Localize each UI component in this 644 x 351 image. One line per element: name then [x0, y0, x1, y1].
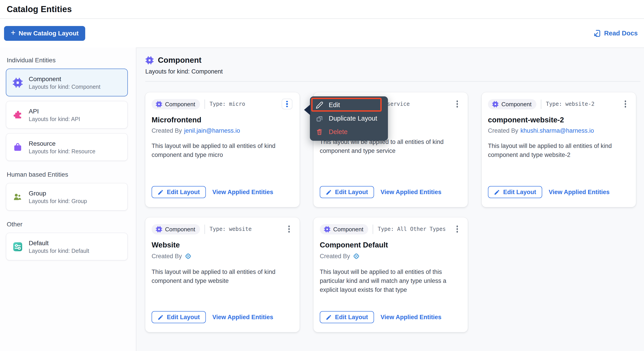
- api-puzzle-icon: [12, 110, 23, 120]
- pencil-filled-icon: [494, 189, 500, 195]
- layout-card-website: ComponentType: websiteWebsiteCreated ByT…: [145, 217, 300, 332]
- read-docs-icon: [593, 29, 602, 37]
- card-footer: Edit LayoutView Applied Entities: [320, 186, 460, 198]
- sidebar-item-default[interactable]: DefaultLayouts for kind: Default: [6, 233, 128, 261]
- card-menu-button-active[interactable]: [282, 99, 292, 109]
- harness-logo-icon: [184, 252, 192, 260]
- kind-badge-label: Component: [333, 226, 363, 232]
- kind-badge: Component: [152, 99, 200, 109]
- main-panel: Component Layouts for kind: Component Co…: [136, 47, 644, 351]
- view-applied-entities-link[interactable]: View Applied Entities: [549, 189, 610, 195]
- card-type-text: Type: micro: [210, 101, 245, 107]
- card-description: This layout will be applied to all entit…: [152, 142, 292, 160]
- created-by-label: Created By: [152, 127, 182, 134]
- card-header: ComponentType: website-2: [488, 98, 629, 110]
- view-applied-entities-link[interactable]: View Applied Entities: [380, 189, 442, 195]
- card-menu-button[interactable]: [622, 99, 629, 109]
- sidebar-section-label: Human based Entities: [7, 171, 128, 178]
- view-applied-entities-link[interactable]: View Applied Entities: [212, 189, 273, 195]
- component-chip-icon: [156, 226, 162, 232]
- sidebar-item-title: Group: [29, 189, 87, 197]
- sidebar-item-resource[interactable]: ResourceLayouts for kind: Resource: [6, 133, 128, 161]
- menu-item-duplicate-layout[interactable]: Duplicate Layout: [310, 112, 388, 125]
- sidebar-section-label: Individual Entities: [7, 56, 128, 64]
- created-by-row: Created By: [152, 252, 292, 260]
- sidebar-item-title: Component: [29, 75, 100, 82]
- badge-type-separator: [373, 224, 373, 234]
- edit-layout-label: Edit Layout: [167, 189, 200, 195]
- edit-layout-button[interactable]: Edit Layout: [152, 186, 206, 198]
- card-type-text: service: [387, 101, 410, 107]
- sidebar-item-title: Default: [29, 239, 89, 246]
- card-menu-button[interactable]: [454, 224, 460, 234]
- component-chip-icon: [156, 101, 162, 107]
- sidebar-item-component[interactable]: ComponentLayouts for kind: Component: [6, 69, 128, 96]
- pencil-filled-icon: [326, 189, 332, 195]
- card-menu-button[interactable]: [454, 99, 460, 109]
- badge-type-separator: [541, 99, 541, 109]
- view-applied-entities-link[interactable]: View Applied Entities: [380, 314, 442, 321]
- sidebar-item-subtitle: Layouts for kind: Resource: [29, 148, 95, 154]
- kind-badge: Component: [488, 99, 536, 109]
- read-docs-link[interactable]: Read Docs: [593, 29, 638, 37]
- sidebar-item-title: API: [29, 107, 80, 114]
- copy-icon: [316, 114, 323, 122]
- new-catalog-layout-button[interactable]: + New Catalog Layout: [4, 26, 86, 40]
- edit-layout-button[interactable]: Edit Layout: [152, 311, 206, 323]
- context-menu-arrow: [304, 104, 310, 115]
- card-title: Microfrontend: [152, 116, 292, 124]
- badge-type-separator: [204, 224, 205, 234]
- kind-badge-label: Component: [165, 226, 195, 232]
- created-by-row: Created Bykhushi.sharma@harness.io: [488, 127, 629, 134]
- layout-card-component-website-2: ComponentType: website-2component-websit…: [482, 92, 636, 207]
- trash-icon: [316, 128, 323, 136]
- created-by-label: Created By: [152, 253, 182, 260]
- edit-layout-label: Edit Layout: [335, 189, 368, 195]
- card-type-text: Type: website-2: [546, 101, 594, 107]
- card-type-text: Type: All Other Types: [378, 226, 446, 232]
- new-catalog-layout-label: New Catalog Layout: [18, 29, 79, 37]
- card-title: Component Default: [320, 241, 460, 249]
- created-by-link[interactable]: jenil.jain@harness.io: [184, 127, 240, 134]
- created-by-row: Created Byjenil.jain@harness.io: [152, 127, 292, 134]
- topbar: Catalog Entities: [0, 0, 644, 19]
- menu-item-label: Delete: [329, 128, 348, 135]
- sidebar-item-title: Resource: [29, 140, 95, 147]
- created-by-label: Created By: [488, 127, 518, 134]
- component-chip-icon: [324, 226, 330, 232]
- harness-logo-icon: [352, 252, 360, 260]
- edit-layout-button[interactable]: Edit Layout: [488, 186, 542, 198]
- created-by-link[interactable]: khushi.sharma@harness.io: [520, 127, 594, 134]
- card-description: This layout will be applied to all entit…: [488, 142, 629, 160]
- edit-layout-button[interactable]: Edit Layout: [320, 186, 374, 198]
- catalog-entities-page: Catalog Entities + New Catalog Layout Re…: [0, 0, 644, 351]
- card-footer: Edit LayoutView Applied Entities: [152, 186, 292, 198]
- sidebar-item-api[interactable]: APILayouts for kind: API: [6, 101, 128, 129]
- pencil-filled-icon: [326, 314, 332, 320]
- layout-cards-grid: ComponentType: microMicrofrontendCreated…: [145, 92, 640, 332]
- kind-badge: Component: [320, 224, 368, 234]
- card-header: ComponentType: website: [152, 223, 292, 235]
- menu-item-delete[interactable]: Delete: [310, 125, 388, 138]
- plus-icon: +: [11, 29, 16, 37]
- menu-item-edit[interactable]: Edit: [310, 98, 388, 112]
- main-header: Component: [145, 56, 640, 65]
- edit-layout-button[interactable]: Edit Layout: [320, 311, 374, 323]
- sidebar-item-group[interactable]: GroupLayouts for kind: Group: [6, 183, 128, 211]
- card-description: This layout will be applied to all entit…: [152, 268, 292, 286]
- card-footer: Edit LayoutView Applied Entities: [488, 186, 629, 198]
- group-people-icon: [12, 192, 23, 202]
- page-title: Catalog Entities: [7, 4, 72, 14]
- sidebar-item-subtitle: Layouts for kind: API: [29, 116, 80, 122]
- default-sliders-icon: [12, 241, 23, 252]
- view-applied-entities-link[interactable]: View Applied Entities: [212, 314, 273, 321]
- kind-badge-label: Component: [502, 101, 532, 107]
- main-header-title: Component: [158, 56, 201, 65]
- created-by-row: Created By: [320, 252, 460, 260]
- card-description: This layout will be applied to all entit…: [320, 268, 460, 295]
- toolbar: + New Catalog Layout Read Docs: [0, 19, 644, 47]
- badge-type-separator: [204, 99, 205, 109]
- sidebar-section-label: Other: [7, 221, 128, 228]
- component-chip-icon: [492, 101, 499, 107]
- card-menu-button[interactable]: [286, 224, 292, 234]
